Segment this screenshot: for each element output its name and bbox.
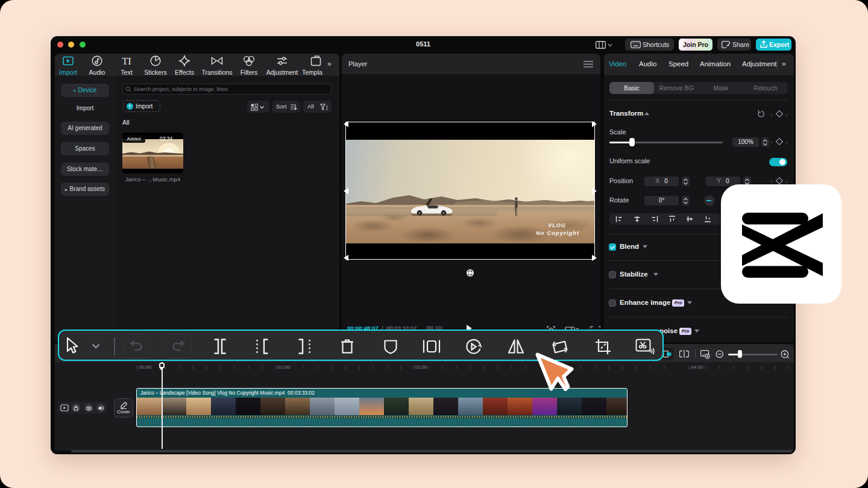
svg-text:TI: TI xyxy=(122,55,131,67)
